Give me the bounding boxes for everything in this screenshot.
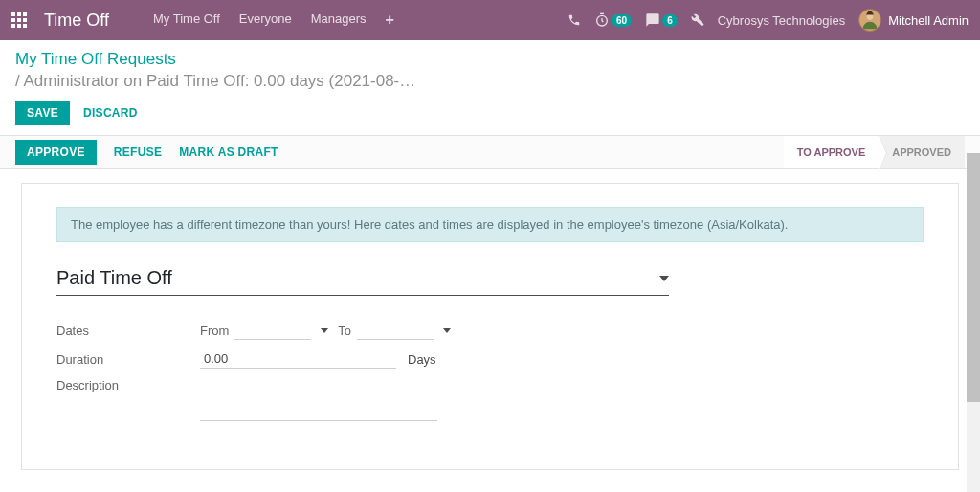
description-label: Description bbox=[56, 378, 200, 392]
refuse-button[interactable]: REFUSE bbox=[114, 145, 162, 159]
user-name: Mitchell Admin bbox=[888, 13, 969, 28]
scrollbar[interactable] bbox=[967, 153, 980, 492]
dates-label: Dates bbox=[56, 324, 200, 338]
from-label: From bbox=[200, 324, 229, 338]
chevron-down-icon[interactable] bbox=[321, 328, 328, 333]
navbar-left: Time Off My Time Off Everyone Managers + bbox=[11, 11, 394, 31]
duration-label: Duration bbox=[56, 352, 200, 367]
workflow-actions: APPROVE REFUSE MARK AS DRAFT bbox=[15, 140, 278, 165]
timer-widget[interactable]: 60 bbox=[594, 12, 632, 28]
status-bar: TO APPROVE APPROVED bbox=[784, 135, 965, 169]
leave-type-value: Paid Time Off bbox=[56, 267, 659, 289]
timer-badge: 60 bbox=[612, 14, 632, 27]
duration-row: Duration Days bbox=[56, 349, 924, 369]
sheet-wrap: The employee has a different timezone th… bbox=[0, 169, 980, 483]
form-sheet: The employee has a different timezone th… bbox=[21, 183, 959, 470]
status-to-approve[interactable]: TO APPROVE bbox=[784, 135, 880, 169]
breadcrumb: My Time Off Requests / Administrator on … bbox=[0, 40, 980, 97]
top-navbar: Time Off My Time Off Everyone Managers +… bbox=[0, 0, 980, 40]
nav-my-time-off[interactable]: My Time Off bbox=[153, 11, 220, 29]
chat-widget[interactable]: 6 bbox=[645, 12, 678, 28]
tools-icon[interactable] bbox=[691, 13, 704, 27]
apps-icon[interactable] bbox=[11, 12, 27, 28]
discard-button[interactable]: DISCARD bbox=[83, 106, 138, 120]
app-title[interactable]: Time Off bbox=[44, 11, 109, 31]
duration-unit: Days bbox=[408, 352, 436, 367]
user-menu[interactable]: Mitchell Admin bbox=[858, 9, 969, 32]
company-name[interactable]: Cybrosys Technologies bbox=[718, 13, 845, 28]
status-approved[interactable]: APPROVED bbox=[879, 135, 965, 169]
chevron-down-icon[interactable] bbox=[443, 328, 451, 333]
duration-fields: Days bbox=[200, 349, 436, 369]
nav-everyone[interactable]: Everyone bbox=[239, 11, 292, 29]
from-date-input[interactable] bbox=[234, 321, 311, 340]
navbar-right: 60 6 Cybrosys Technologies Mitchell Admi… bbox=[568, 9, 969, 32]
approve-button[interactable]: APPROVE bbox=[15, 140, 97, 165]
chat-badge: 6 bbox=[662, 14, 678, 27]
duration-input[interactable] bbox=[200, 349, 396, 369]
breadcrumb-root[interactable]: My Time Off Requests bbox=[15, 50, 965, 69]
dates-row: Dates From To bbox=[56, 321, 924, 340]
chevron-down-icon bbox=[659, 276, 669, 281]
edit-actions: SAVE DISCARD bbox=[0, 97, 980, 135]
to-label: To bbox=[338, 324, 351, 338]
phone-icon[interactable] bbox=[568, 13, 581, 27]
scrollbar-thumb[interactable] bbox=[967, 153, 980, 402]
save-button[interactable]: SAVE bbox=[15, 101, 70, 125]
nav-menu: My Time Off Everyone Managers + bbox=[153, 11, 394, 29]
description-input[interactable] bbox=[200, 402, 437, 421]
breadcrumb-current: / Administrator on Paid Time Off: 0.00 d… bbox=[15, 72, 965, 91]
avatar bbox=[858, 9, 881, 32]
description-field-row bbox=[56, 402, 924, 421]
description-row: Description bbox=[56, 378, 924, 392]
timezone-alert: The employee has a different timezone th… bbox=[56, 207, 924, 242]
mark-draft-button[interactable]: MARK AS DRAFT bbox=[179, 145, 278, 159]
dates-fields: From To bbox=[200, 321, 451, 340]
leave-type-select[interactable]: Paid Time Off bbox=[56, 263, 669, 296]
workflow-row: APPROVE REFUSE MARK AS DRAFT TO APPROVE … bbox=[0, 135, 980, 169]
nav-managers[interactable]: Managers bbox=[311, 11, 367, 29]
to-date-input[interactable] bbox=[357, 321, 434, 340]
nav-add-icon[interactable]: + bbox=[386, 11, 394, 29]
